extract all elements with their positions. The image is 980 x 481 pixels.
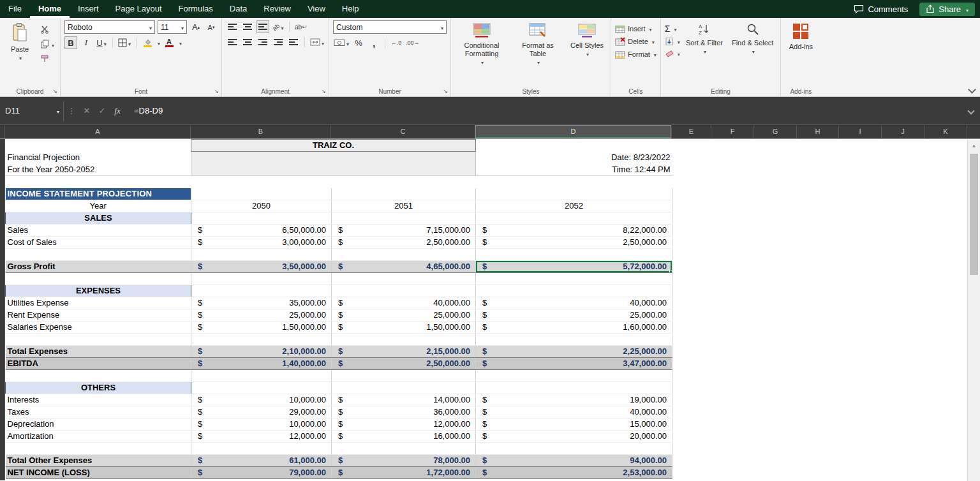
cell-B7[interactable]: [191, 212, 332, 225]
align-right-button[interactable]: [256, 36, 269, 48]
cancel-icon[interactable]: ✕: [79, 106, 94, 115]
cell-A24[interactable]: Depreciation: [6, 418, 191, 431]
cell-A7[interactable]: SALES: [6, 212, 191, 225]
cell-B23[interactable]: $29,000.00: [191, 406, 332, 418]
cell-E16[interactable]: [672, 322, 968, 334]
menu-tab-page-layout[interactable]: Page Layout: [107, 0, 170, 18]
cell-styles-button[interactable]: Cell Styles: [567, 20, 607, 59]
italic-button[interactable]: I: [80, 36, 93, 49]
fill-handle[interactable]: [669, 270, 672, 273]
scroll-up-icon[interactable]: ▲: [968, 140, 980, 151]
cell-C21[interactable]: [332, 382, 476, 394]
shrink-font-button[interactable]: A▾: [205, 21, 218, 34]
expand-formula-bar-icon[interactable]: [967, 107, 974, 114]
cell-E4[interactable]: [672, 176, 968, 188]
cell-E28[interactable]: [672, 467, 968, 479]
cell-A4[interactable]: [6, 176, 191, 188]
sort-filter-button[interactable]: AZ Sort & Filter: [683, 20, 726, 57]
font-name-select[interactable]: Roboto: [64, 20, 155, 34]
cell-A12[interactable]: [6, 273, 191, 285]
cell-E26[interactable]: [672, 443, 968, 455]
align-left-button[interactable]: [226, 36, 239, 48]
cell-D15[interactable]: $25,000.00: [476, 309, 672, 322]
cell-D22[interactable]: $19,000.00: [476, 394, 672, 406]
cell-C13[interactable]: [332, 285, 476, 297]
menu-tab-view[interactable]: View: [299, 0, 334, 18]
cell-E12[interactable]: [672, 273, 968, 285]
column-header-G[interactable]: G: [754, 125, 797, 138]
column-header-C[interactable]: C: [331, 125, 475, 138]
column-header-D[interactable]: D: [475, 125, 672, 138]
cell-C20[interactable]: [332, 370, 476, 382]
cell-B3[interactable]: [191, 164, 476, 176]
cell-E1[interactable]: [672, 140, 968, 152]
cell-C7[interactable]: [332, 212, 476, 225]
cell-E7[interactable]: [672, 212, 968, 225]
cell-E13[interactable]: [672, 285, 968, 297]
formula-input[interactable]: =D8-D9: [134, 106, 163, 115]
cell-E5[interactable]: [672, 188, 968, 200]
cell-D21[interactable]: [476, 382, 672, 394]
cell-B18[interactable]: $2,10,000.00: [191, 346, 332, 358]
cell-A28[interactable]: NET INCOME (LOSS): [6, 467, 191, 479]
cell-D24[interactable]: $15,000.00: [476, 418, 672, 431]
orientation-button[interactable]: ab: [272, 20, 285, 33]
find-select-button[interactable]: Find & Select: [729, 20, 776, 57]
cell-E23[interactable]: [672, 406, 968, 418]
cell-D7[interactable]: [476, 212, 672, 225]
cell-B9[interactable]: $3,00,000.00: [191, 237, 332, 249]
cell-B26[interactable]: [191, 443, 332, 455]
cell-B16[interactable]: $1,50,000.00: [191, 322, 332, 334]
cell-D1[interactable]: [476, 140, 672, 152]
format-as-table-button[interactable]: Format as Table: [511, 20, 565, 68]
cell-B20[interactable]: [191, 370, 332, 382]
cell-E9[interactable]: [672, 237, 968, 249]
bold-button[interactable]: B: [64, 36, 77, 49]
cell-B14[interactable]: $35,000.00: [191, 297, 332, 309]
cell-A1[interactable]: [6, 140, 191, 152]
cell-D2[interactable]: Date: 8/23/2022: [476, 152, 672, 164]
align-middle-button[interactable]: [241, 20, 254, 33]
accounting-format-button[interactable]: [333, 36, 350, 49]
align-center-button[interactable]: [241, 36, 254, 48]
cell-B15[interactable]: $25,000.00: [191, 309, 332, 322]
menu-tab-formulas[interactable]: Formulas: [170, 0, 221, 18]
cell-C22[interactable]: $14,000.00: [332, 394, 476, 406]
cell-A25[interactable]: Amortization: [6, 431, 191, 443]
cell-A11[interactable]: Gross Profit: [6, 261, 191, 273]
cell-C11[interactable]: $4,65,000.00: [332, 261, 476, 273]
select-all-corner[interactable]: [0, 125, 5, 138]
cell-E17[interactable]: [672, 334, 968, 346]
cell-D13[interactable]: [476, 285, 672, 297]
cell-A22[interactable]: Interests: [6, 394, 191, 406]
cell-B4[interactable]: [191, 176, 476, 188]
cell-A17[interactable]: [6, 334, 191, 346]
cell-E3[interactable]: [672, 164, 968, 176]
cell-A15[interactable]: Rent Expense: [6, 309, 191, 322]
cell-A13[interactable]: EXPENSES: [6, 285, 191, 297]
share-button[interactable]: Share: [919, 3, 975, 16]
cell-D5[interactable]: [476, 188, 672, 200]
clipboard-dialog-launcher[interactable]: ↘: [52, 89, 57, 94]
cell-A8[interactable]: Sales: [6, 225, 191, 237]
increase-decimal-button[interactable]: ←.0: [390, 36, 403, 49]
cell-E22[interactable]: [672, 394, 968, 406]
column-header-E[interactable]: E: [672, 125, 711, 138]
increase-indent-button[interactable]: [287, 36, 300, 48]
cell-D10[interactable]: [476, 249, 672, 261]
cell-B24[interactable]: $10,000.00: [191, 418, 332, 431]
menu-tab-data[interactable]: Data: [221, 0, 255, 18]
cell-C12[interactable]: [332, 273, 476, 285]
wrap-text-button[interactable]: ab↩: [294, 20, 308, 33]
cell-D8[interactable]: $8,22,000.00: [476, 225, 672, 237]
cell-B22[interactable]: $10,000.00: [191, 394, 332, 406]
cell-C18[interactable]: $2,15,000.00: [332, 346, 476, 358]
grow-font-button[interactable]: A▴: [189, 21, 202, 34]
fill-color-button[interactable]: [141, 36, 154, 49]
cell-D17[interactable]: [476, 334, 672, 346]
column-header-J[interactable]: J: [882, 125, 924, 138]
cell-D18[interactable]: $2,25,000.00: [476, 346, 672, 358]
decrease-indent-button[interactable]: [272, 36, 285, 48]
font-color-button[interactable]: A: [163, 36, 175, 49]
format-cells-button[interactable]: Format: [615, 50, 657, 59]
